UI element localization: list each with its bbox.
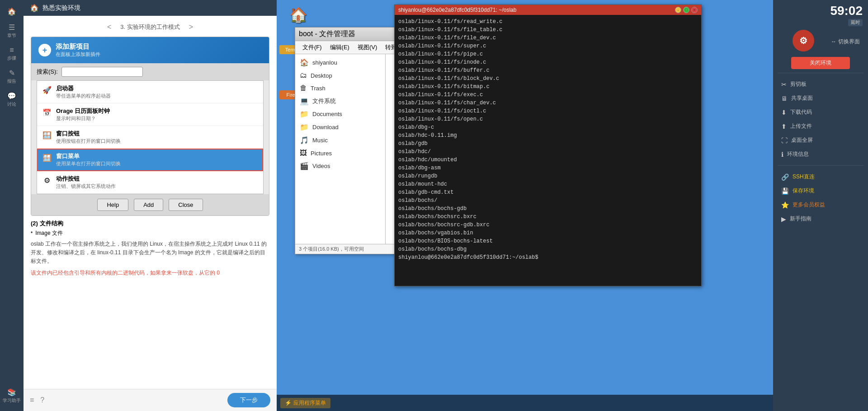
nav-title: 3. 实验环境的工作模式: [120, 23, 179, 31]
steps-icon: ≡: [9, 46, 14, 54]
search-input[interactable]: [61, 67, 143, 77]
terminal-minimize[interactable]: -: [675, 7, 681, 13]
action-share-desktop[interactable]: 🖥 共享桌面: [778, 92, 863, 105]
env-info-icon: ℹ: [781, 151, 783, 158]
tree-item-trash[interactable]: 🗑 Trash: [295, 82, 385, 94]
music-folder-icon: 🎵: [300, 136, 309, 145]
left-content: < 3. 实验环境的工作模式 > + 添加新项目 在面板上添加新插件 搜索(S)…: [24, 16, 277, 389]
nav-prev[interactable]: <: [107, 23, 111, 31]
tree-item-filesystem[interactable]: 💻 文件系统: [295, 94, 385, 107]
terminal-line: oslab/linux-0.11/fs/pipe.c: [398, 50, 698, 58]
menu-view[interactable]: 视图(V): [354, 42, 381, 52]
apps-menu-button[interactable]: ⚡ 应用程序菜单: [280, 398, 330, 408]
desktop-folder-icon2: 🗂: [300, 71, 307, 79]
sidebar-label-section: 章节: [7, 33, 16, 39]
tree-item-documents[interactable]: 📁 Documents: [295, 107, 385, 121]
tree-item-desktop[interactable]: 🗂 Desktop: [295, 69, 385, 82]
menu-edit[interactable]: 编辑(E): [326, 42, 353, 52]
sidebar-label-learn: 学习助手: [3, 397, 21, 404]
tree-label-download: Download: [312, 124, 339, 131]
save-env-icon: 💾: [781, 187, 789, 195]
action-fullscreen[interactable]: ⛶ 桌面全屏: [778, 134, 863, 147]
vip-icon: ⭐: [781, 201, 789, 209]
terminal-line: oslab/hdc/: [398, 148, 698, 156]
plugin-item-orage[interactable]: 📅 Orage 日历面板时钟 显示时间和日期？: [37, 103, 263, 126]
plugin-item-actions[interactable]: ⚙ 动作按钮 注销、锁屏或其它系统动作: [37, 171, 263, 194]
tree-item-videos[interactable]: 🎬 Videos: [295, 159, 385, 173]
close-env-button[interactable]: 关闭环境: [791, 57, 850, 69]
actions-desc: 注销、锁屏或其它系统动作: [56, 183, 116, 190]
help-button[interactable]: Help: [97, 199, 128, 211]
sidebar-item-discuss[interactable]: 💬 讨论: [0, 89, 24, 110]
action-download-code[interactable]: ⬇ 下载代码: [778, 106, 863, 119]
question-icon[interactable]: ?: [40, 396, 44, 404]
trash-icon: 🗑: [300, 84, 307, 92]
terminal-line: oslab/linux-0.11/fs/open.c: [398, 115, 698, 123]
menu-file[interactable]: 文件(F): [299, 42, 326, 52]
terminal-line: oslab/gdb: [398, 140, 698, 148]
switch-label: 切换界面: [838, 38, 860, 46]
upload-file-label: 上传文件: [790, 122, 812, 130]
extend-button[interactable]: 延时: [848, 19, 863, 26]
clipboard-icon: ✂: [781, 81, 787, 88]
switch-interface-btn[interactable]: ↔ 切换界面: [828, 37, 863, 47]
tree-item-music[interactable]: 🎵 Music: [295, 134, 385, 147]
switch-icon: ↔: [831, 38, 836, 45]
terminal-line: oslab/linux-0.11/fs/file_dev.c: [398, 34, 698, 42]
terminal-line: oslab/linux-0.11/fs/bitmap.c: [398, 83, 698, 91]
right-actions-group1: ✂ 剪切板 🖥 共享桌面 ⬇ 下载代码 ⬆ 上传文件 ⛶ 桌面全屏 ℹ 环境信息: [773, 75, 868, 163]
add-button[interactable]: Add: [134, 199, 163, 211]
download-folder-icon: 📁: [300, 123, 309, 131]
next-button[interactable]: 下一步: [227, 393, 270, 407]
orage-icon: 📅: [42, 107, 52, 118]
terminal-line: oslab/linux-0.11/fs/file_table.c: [398, 26, 698, 34]
tree-label-desktop: Desktop: [311, 72, 332, 79]
launcher-icon: 🚀: [42, 84, 52, 95]
action-ssh[interactable]: 🔗 SSH直连: [778, 170, 863, 183]
terminal-maximize[interactable]: □: [683, 7, 689, 13]
plugin-header-text: 添加新项目 在面板上添加新插件: [56, 42, 100, 58]
terminal-close[interactable]: ×: [691, 7, 698, 13]
sidebar-item-section[interactable]: ☰ 章节: [0, 20, 24, 42]
bottom-icons: ≡ ?: [30, 396, 44, 404]
terminal-line: oslab/rungdb: [398, 172, 698, 180]
sidebar-item-steps[interactable]: ≡ 步骤: [0, 43, 24, 64]
ssh-icon: 🔗: [781, 173, 789, 181]
sidebar-item-report[interactable]: ✎ 报告: [0, 66, 24, 87]
plugin-item-window-buttons[interactable]: 🪟 窗口按钮 使用按钮在打开的窗口间切换: [37, 126, 263, 149]
vip-label: 更多会员权益: [793, 201, 825, 209]
apps-label: 应用程序菜单: [293, 399, 326, 407]
action-guide[interactable]: ▶ 新手指南: [778, 212, 863, 225]
terminal-window: shiyanlou@662e0e2a87dfc0d5f310dd71: ~/os…: [394, 5, 702, 286]
desktop-folder-icon[interactable]: 🏠: [285, 6, 312, 23]
tree-label-trash: Trash: [311, 85, 326, 92]
plugin-item-window-menu[interactable]: 🪟 窗口菜单 使用菜单在打开的窗口间切换: [37, 149, 263, 171]
action-clipboard[interactable]: ✂ 剪切板: [778, 78, 863, 91]
tree-item-download[interactable]: 📁 Download: [295, 121, 385, 134]
terminal-line: oslab/linux-0.11/fs/super.c: [398, 42, 698, 50]
share-desktop-label: 共享桌面: [791, 94, 813, 102]
window-menu-icon: 🪟: [42, 152, 52, 163]
terminal-line: oslab/bochs/vgabios.bin: [398, 229, 698, 237]
app-title: 熟悉实验环境: [42, 4, 80, 12]
action-env-info[interactable]: ℹ 环境信息: [778, 148, 863, 161]
action-save-env[interactable]: 💾 保存环境: [778, 184, 863, 197]
terminal-title: shiyanlou@662e0e2a87dfc0d5f310dd71: ~/os…: [398, 7, 516, 13]
nav-next[interactable]: >: [189, 23, 193, 31]
close-button[interactable]: Close: [169, 199, 203, 211]
plugin-title: 添加新项目: [56, 42, 100, 51]
tree-item-pictures[interactable]: 🖼 Pictures: [295, 147, 385, 159]
sidebar-item-home[interactable]: 🏠: [0, 5, 24, 19]
orage-desc: 显示时间和日期？: [56, 115, 110, 122]
terminal-line: oslab/linux-0.11/fs/exec.c: [398, 91, 698, 99]
divider-2: [778, 165, 863, 166]
right-actions-group2: 🔗 SSH直连 💾 保存环境 ⭐ 更多会员权益 ▶ 新手指南: [773, 168, 868, 228]
sidebar-item-learn[interactable]: 📚 学习助手: [0, 385, 24, 406]
action-upload-file[interactable]: ⬆ 上传文件: [778, 120, 863, 133]
tree-item-shiyanlou[interactable]: 🏠 shiyanlou: [295, 56, 385, 69]
plugin-item-launcher[interactable]: 🚀 启动器 带任选菜单的程序起动器: [37, 81, 263, 103]
tree-label-filesystem: 文件系统: [312, 97, 336, 105]
list-icon[interactable]: ≡: [30, 396, 34, 404]
guide-icon: ▶: [781, 215, 786, 223]
action-vip[interactable]: ⭐ 更多会员权益: [778, 198, 863, 211]
